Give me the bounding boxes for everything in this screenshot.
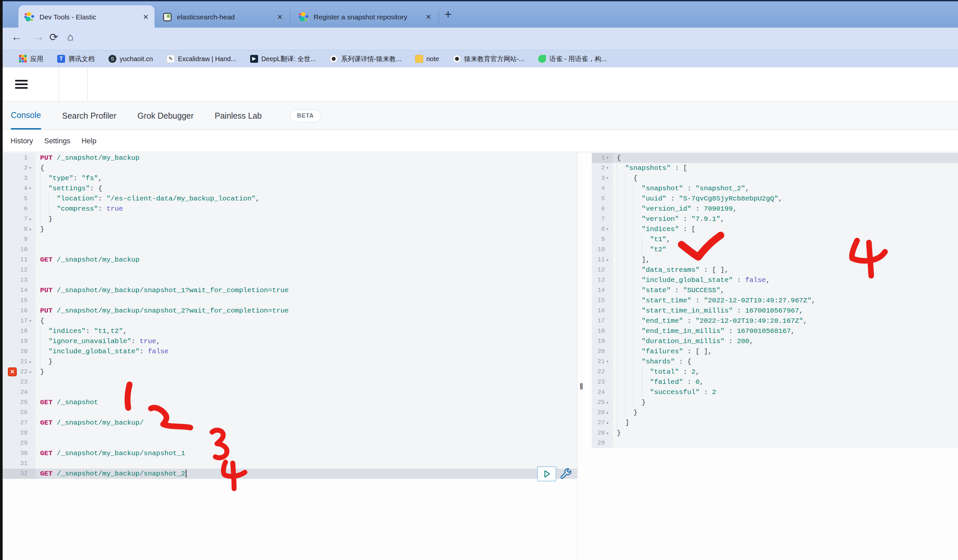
bookmark-excalidraw[interactable]: Excalidraw | Hand... [167,55,236,63]
code-text[interactable]: "failures" : [ ], [613,346,958,357]
code-text[interactable]: "version_id" : 7090199, [613,204,958,214]
code-text[interactable]: PUT /_snapshot/my_backup/snapshot_1?wait… [35,285,577,296]
editor-line[interactable]: 13 [3,275,577,285]
editor-line[interactable]: 5"location": "/es-client-data/my_backup_… [3,193,577,204]
reload-icon[interactable]: ⟳ [49,31,58,43]
editor-line[interactable]: 26 [3,408,577,418]
editor-line[interactable]: ✕22▴} [3,367,577,377]
code-text[interactable]: GET /_snapshot/my_backup [35,255,577,265]
code-text[interactable]: "type": "fs", [35,173,577,184]
fold-toggle-icon[interactable]: ▴ [29,224,34,234]
code-text[interactable]: "settings": { [35,184,577,193]
response-line[interactable]: 14"state" : "SUCCESS", [592,285,958,296]
response-line[interactable]: 6"version_id" : 7090199, [592,204,958,214]
bookmark-deepl[interactable]: DeepL翻译: 全世... [250,55,316,63]
wrench-icon[interactable] [559,467,572,481]
code-text[interactable] [35,408,577,418]
code-text[interactable]: "start_time_in_millis" : 1670010567967, [613,305,958,316]
editor-line[interactable]: 27GET /_snapshot/my_backup/ [3,418,577,428]
send-request-button[interactable] [537,466,556,481]
editor-line[interactable]: 2▾{ [3,163,577,173]
fold-toggle-icon[interactable]: ▾ [29,316,34,326]
code-text[interactable]: { [613,153,958,163]
response-line[interactable]: 2▾"snapshots" : [ [592,163,958,173]
close-icon[interactable]: ✕ [425,13,431,21]
code-text[interactable]: } [613,428,958,438]
code-text[interactable]: "data_streams" : [ ], [613,265,958,275]
code-text[interactable]: GET /_snapshot/my_backup/ [35,418,577,428]
editor-line[interactable]: 21▴} [3,357,577,367]
editor-line[interactable]: 23 [3,377,577,387]
bookmark-tencent-docs[interactable]: 腾讯文档 [57,55,95,63]
response-line[interactable]: 27▴] [592,418,958,428]
code-text[interactable]: "ignore_unavailable": true, [35,336,577,346]
response-line[interactable]: 24"successful" : 2 [592,387,958,397]
response-line[interactable]: 21▾"shards" : { [592,357,958,367]
code-text[interactable]: "start_time" : "2022-12-02T19:49:27.967Z… [613,296,958,305]
code-text[interactable]: "location": "/es-client-data/my_backup_l… [35,193,577,204]
response-line[interactable]: 7"version" : "7.9.1", [592,214,958,224]
editor-line[interactable]: 10 [3,245,577,255]
code-text[interactable]: } [35,224,577,234]
code-text[interactable]: ], [613,255,958,265]
response-line[interactable]: 8▾"indices" : [ [592,224,958,234]
editor-line[interactable]: 29 [3,438,577,448]
fold-toggle-icon[interactable]: ▾ [606,357,612,367]
code-text[interactable]: PUT /_snapshot/my_backup [35,153,577,163]
code-text[interactable]: { [35,316,577,326]
code-text[interactable]: "indices" : [ [613,224,958,234]
code-text[interactable]: "duration_in_millis" : 200, [613,336,958,346]
response-line[interactable]: 26▴} [592,408,958,418]
code-text[interactable]: { [35,163,577,173]
browser-tab-es-head[interactable]: elasticsearch-head ✕ [157,5,289,29]
bookmark-note[interactable]: note [415,55,439,63]
editor-line[interactable]: 8▴} [3,224,577,234]
editor-line[interactable]: 7▴} [3,214,577,224]
code-text[interactable]: "compress": true [35,204,577,214]
code-text[interactable]: } [35,367,577,377]
code-text[interactable] [35,377,577,387]
code-text[interactable]: "include_global_state" : false, [613,275,958,285]
fold-toggle-icon[interactable]: ▾ [606,163,612,173]
forward-icon[interactable]: → [33,31,44,43]
code-text[interactable]: "shards" : { [613,357,958,367]
bookmark-course-detail[interactable]: 系列课详情-猿来教... [330,55,401,63]
editor-line[interactable]: 11GET /_snapshot/my_backup [3,255,577,265]
fold-toggle-icon[interactable]: ▾ [606,173,612,184]
code-text[interactable]: } [35,357,577,367]
response-line[interactable]: 11▴], [592,255,958,265]
code-text[interactable]: } [613,397,958,408]
response-line[interactable]: 15"start_time" : "2022-12-02T19:49:27.96… [592,296,958,305]
new-tab-button[interactable]: + [444,7,452,21]
code-text[interactable] [35,296,577,305]
response-line[interactable]: 1▾{ [592,153,958,163]
code-text[interactable]: "total" : 2, [613,367,958,377]
editor-line[interactable]: 1PUT /_snapshot/my_backup [3,153,577,163]
close-icon[interactable]: ✕ [143,13,149,21]
code-text[interactable]: PUT /_snapshot/my_backup/snapshot_2?wait… [35,305,577,316]
response-line[interactable]: 29 [592,438,958,448]
editor-line[interactable]: 32GET /_snapshot/my_backup/snapshot_2 [3,469,577,479]
editor-line[interactable]: 6"compress": true [3,204,577,214]
code-text[interactable]: } [35,214,577,224]
editor-line[interactable]: 3"type": "fs", [3,173,577,184]
code-text[interactable]: "uuid" : "S-7qvCg8SjyRcb8ebpU2gQ", [613,193,958,204]
fold-toggle-icon[interactable]: ▴ [606,255,612,265]
code-text[interactable]: "end_time_in_millis" : 1670010568167, [613,326,958,336]
fold-toggle-icon[interactable]: ▴ [29,357,34,367]
code-text[interactable]: "indices": "t1,t2", [35,326,577,336]
response-line[interactable]: 17"end_time" : "2022-12-02T19:49:28.167Z… [592,316,958,326]
editor-line[interactable]: 31 [3,459,577,469]
code-text[interactable] [35,428,577,438]
back-icon[interactable]: ← [11,31,22,43]
editor-line[interactable]: 15 [3,296,577,305]
code-text[interactable]: } [613,408,958,418]
menu-hamburger-icon[interactable] [15,80,28,89]
editor-line[interactable]: 4▾"settings": { [3,184,577,193]
code-text[interactable]: "version" : "7.9.1", [613,214,958,224]
editor-line[interactable]: 24 [3,387,577,397]
editor-line[interactable]: 20"include_global_state": false [3,346,577,357]
editor-line[interactable]: 19"ignore_unavailable": true, [3,336,577,346]
response-line[interactable]: 5"uuid" : "S-7qvCg8SjyRcb8ebpU2gQ", [592,193,958,204]
code-text[interactable]: "t2" [613,245,958,255]
